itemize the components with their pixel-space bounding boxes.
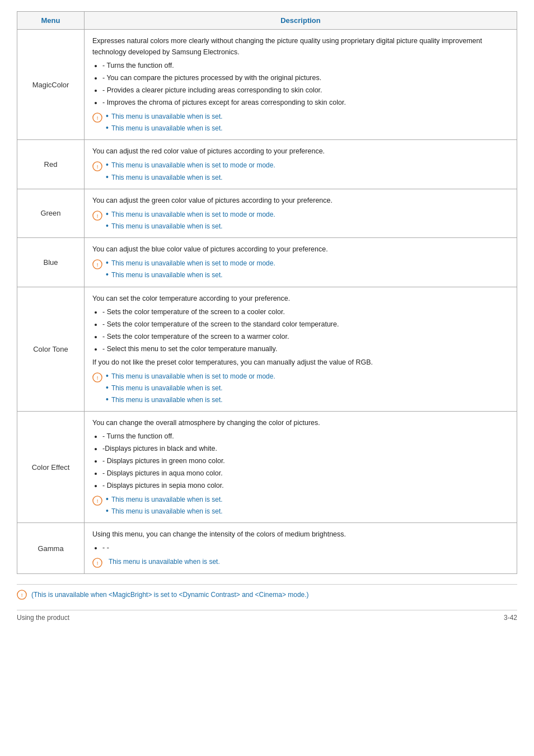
menu-cell: Blue <box>17 238 85 287</box>
note-text: This menu is unavailable when is set. <box>111 506 223 517</box>
note-group: ! • This menu is unavailable when is set… <box>92 209 509 232</box>
page-wrapper: Menu Description MagicColorExpresses nat… <box>17 11 517 622</box>
note-icon: ! <box>92 259 102 269</box>
note-line: • This menu is unavailable when is set. <box>106 123 223 134</box>
note-bullet: • <box>106 209 109 219</box>
svg-text:!: ! <box>97 262 99 268</box>
footer-note-icon: ! <box>17 590 27 600</box>
bullet-list: - Sets the color temperature of the scre… <box>102 306 509 354</box>
bullet-item: - Turns the function off. <box>102 60 509 71</box>
desc-cell: You can change the overall atmosphere by… <box>85 412 517 523</box>
note-line: • This menu is unavailable when is set t… <box>106 371 275 382</box>
note-text: This menu is unavailable when is set to … <box>111 258 275 269</box>
note-text: This menu is unavailable when is set. <box>111 494 223 505</box>
menu-cell: MagicColor <box>17 30 85 140</box>
note-line: • This menu is unavailable when is set. <box>106 395 275 405</box>
desc-cell: Expresses natural colors more clearly wi… <box>85 30 517 140</box>
menu-cell: Red <box>17 140 85 189</box>
note-text: This menu is unavailable when is set. <box>111 221 223 232</box>
note-lines: This menu is unavailable when is set. <box>106 557 220 567</box>
menu-cell: Color Tone <box>17 287 85 412</box>
note-line: • This menu is unavailable when is set. <box>106 221 275 232</box>
note-bullet: • <box>106 123 109 133</box>
note-bullet: • <box>106 371 109 381</box>
note-group: ! • This menu is unavailable when is set… <box>92 371 509 406</box>
note-line: • This menu is unavailable when is set t… <box>106 258 275 269</box>
note-group: ! • This menu is unavailable when is set… <box>92 258 509 281</box>
note-bullet: • <box>106 221 109 231</box>
menu-cell: Green <box>17 189 85 237</box>
col-header-desc: Description <box>85 12 517 30</box>
note-bullet: • <box>106 172 109 182</box>
note-line: • This menu is unavailable when is set. <box>106 494 223 505</box>
desc-cell: Using this menu, you can change the inte… <box>85 523 517 574</box>
note-bullet: • <box>106 160 109 170</box>
menu-cell: Gamma <box>17 523 85 574</box>
note-bullet: • <box>106 395 109 404</box>
note-line: • This menu is unavailable when is set. <box>106 172 275 183</box>
note-text: This menu is unavailable when is set to … <box>111 371 275 382</box>
svg-text:!: ! <box>21 592 23 598</box>
desc-cell: You can adjust the green color value of … <box>85 189 517 237</box>
note-line: • This menu is unavailable when is set. <box>106 506 223 517</box>
main-table: Menu Description MagicColorExpresses nat… <box>17 11 517 574</box>
desc-intro: You can adjust the green color value of … <box>92 195 509 206</box>
bullet-list: - Turns the function off. -Displays pict… <box>102 431 509 491</box>
note-line: • This menu is unavailable when is set. <box>106 383 275 394</box>
note-line: • This menu is unavailable when is set. <box>106 111 223 122</box>
note-icon: ! <box>92 211 102 221</box>
note-bullet: • <box>106 494 109 504</box>
bullet-item: - You can compare the pictures processed… <box>102 72 509 83</box>
svg-text:!: ! <box>97 560 99 566</box>
note-lines: • This menu is unavailable when is set t… <box>106 371 275 406</box>
bullet-item: - Select this menu to set the color temp… <box>102 343 509 354</box>
desc-intro: Expresses natural colors more clearly wi… <box>92 35 509 58</box>
svg-text:!: ! <box>97 498 99 504</box>
desc-intro: You can adjust the blue color value of p… <box>92 244 509 255</box>
svg-text:!: ! <box>97 115 99 121</box>
note-group: ! • This menu is unavailable when is set… <box>92 111 509 134</box>
note-text: This menu is unavailable when is set. <box>109 557 220 567</box>
note-text: This menu is unavailable when is set. <box>111 395 223 405</box>
note-group: ! • This menu is unavailable when is set… <box>92 160 509 183</box>
note-group: ! • This menu is unavailable when is set… <box>92 494 509 517</box>
bullet-item: - Sets the color temperature of the scre… <box>102 306 509 318</box>
bullet-list: - - <box>102 542 509 553</box>
svg-text:!: ! <box>97 213 99 219</box>
bullet-item: - Provides a clearer picture including a… <box>102 85 509 96</box>
bullet-item: - Displays pictures in sepia mono color. <box>102 480 509 491</box>
note-line: • This menu is unavailable when is set. <box>106 270 275 281</box>
page-footer-right: 3-42 <box>504 614 517 622</box>
note-bullet: • <box>106 383 109 393</box>
bullet-item: - Turns the function off. <box>102 431 509 442</box>
svg-text:!: ! <box>97 164 99 170</box>
note-lines: • This menu is unavailable when is set t… <box>106 160 275 183</box>
note-icon: ! <box>92 558 102 568</box>
note-bullet: • <box>106 506 109 516</box>
note-bullet: • <box>106 258 109 268</box>
page-footer: Using the product 3-42 <box>17 610 517 622</box>
note-icon: ! <box>92 161 102 171</box>
footer-note-bar: ! (This is unavailable when <MagicBright… <box>17 584 517 600</box>
desc-intro: You can set the color temperature accord… <box>92 293 509 304</box>
note-line: This menu is unavailable when is set. <box>106 557 220 567</box>
desc-intro: You can adjust the red color value of pi… <box>92 146 509 157</box>
bullet-item: - Sets the color temperature of the scre… <box>102 331 509 342</box>
col-header-menu: Menu <box>17 12 85 30</box>
desc-cell: You can adjust the red color value of pi… <box>85 140 517 189</box>
note-icon: ! <box>92 372 102 382</box>
svg-text:!: ! <box>97 375 99 381</box>
note-lines: • This menu is unavailable when is set t… <box>106 258 275 281</box>
note-bullet: • <box>106 270 109 279</box>
note-lines: • This menu is unavailable when is set t… <box>106 209 275 232</box>
note-icon: ! <box>92 113 102 123</box>
desc-intro: You can change the overall atmosphere by… <box>92 417 509 428</box>
desc-cell: You can adjust the blue color value of p… <box>85 238 517 287</box>
bullet-item: - Sets the color temperature of the scre… <box>102 319 509 330</box>
note-text: This menu is unavailable when is set. <box>111 123 223 134</box>
note-text: This menu is unavailable when is set. <box>111 111 223 122</box>
note-text: This menu is unavailable when is set. <box>111 383 223 394</box>
note-text: This menu is unavailable when is set. <box>111 270 223 281</box>
desc-cell: You can set the color temperature accord… <box>85 287 517 412</box>
note-group: ! This menu is unavailable when is set. <box>92 557 509 568</box>
